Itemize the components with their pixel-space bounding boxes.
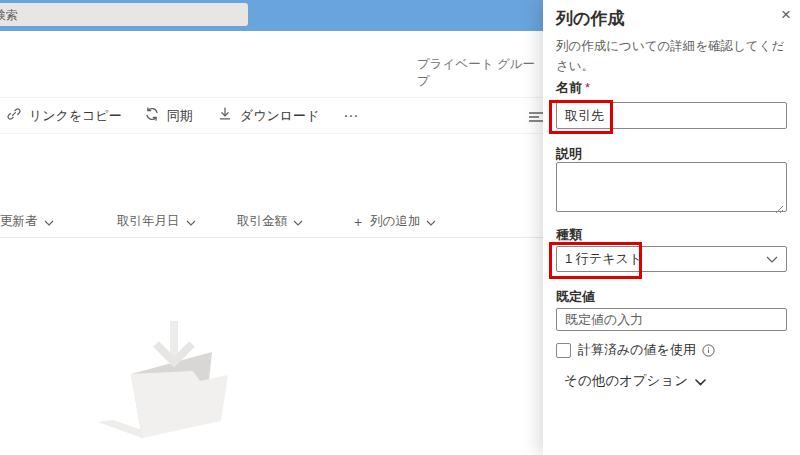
chevron-down-icon [695,374,706,389]
close-icon[interactable]: × [781,6,791,23]
create-column-panel: 列の作成 × 列の作成についての詳細を確認してください。 名前* 説明 種類 1… [543,0,800,455]
sync-icon [144,106,160,125]
more-commands-button[interactable]: ⋯ [343,98,359,133]
label-text: 名前 [556,80,582,95]
chevron-down-icon [186,215,196,229]
more-options-label: その他のオプション [564,372,688,390]
column-header-transaction-date[interactable]: 取引年月日 [117,205,196,238]
download-icon [217,106,233,125]
search-input[interactable] [0,3,248,26]
default-value-input[interactable] [556,308,787,331]
download-button[interactable]: ダウンロード [217,98,320,133]
chevron-down-icon [44,215,54,229]
type-select-value: 1 行テキスト [565,250,642,268]
add-column-button[interactable]: + 列の追加 [354,205,436,238]
checkbox[interactable] [556,343,571,358]
sync-label: 同期 [167,107,193,125]
add-column-label: 列の追加 [370,213,420,230]
required-asterisk: * [585,80,590,95]
sharepoint-library-screen: プライベート グループ リンクをコピー [0,0,800,455]
type-field-label: 種類 [556,226,582,244]
panel-description: 列の作成についての詳細を確認してください。 [556,36,790,76]
command-bar: リンクをコピー 同期 [0,97,543,134]
copy-link-label: リンクをコピー [29,107,122,125]
column-header-transaction-amount[interactable]: 取引金額 [237,205,303,238]
default-field-label: 既定値 [556,288,595,306]
column-header-modified-by[interactable]: 更新者 [0,205,54,238]
calculated-value-checkbox-row[interactable]: 計算済みの値を使用 [556,341,715,359]
chevron-down-icon [426,215,436,229]
copy-link-button[interactable]: リンクをコピー [6,98,122,133]
name-input[interactable] [556,102,787,129]
checkbox-label: 計算済みの値を使用 [578,341,696,359]
info-icon[interactable] [702,344,715,357]
column-label: 取引年月日 [117,213,180,230]
type-select[interactable]: 1 行テキスト [556,246,787,272]
panel-title: 列の作成 [556,7,624,30]
sync-button[interactable]: 同期 [144,98,193,133]
chevron-down-icon [766,256,778,263]
description-textarea[interactable] [556,162,787,212]
plus-icon: + [354,214,362,230]
more-options-expander[interactable]: その他のオプション [564,372,706,390]
more-icon: ⋯ [343,107,359,125]
column-label: 取引金額 [237,213,287,230]
private-group-label: プライベート グループ [417,56,543,90]
download-label: ダウンロード [240,107,320,125]
name-field-label: 名前* [556,79,590,97]
main-area: プライベート グループ リンクをコピー [0,0,543,455]
description-field-label: 説明 [556,145,582,163]
column-header-row: 更新者 取引年月日 取引金額 + 列の追加 [0,205,543,238]
column-label: 更新者 [0,213,38,230]
link-icon [6,106,22,125]
empty-folder-illustration [55,312,245,447]
chevron-down-icon [293,215,303,229]
